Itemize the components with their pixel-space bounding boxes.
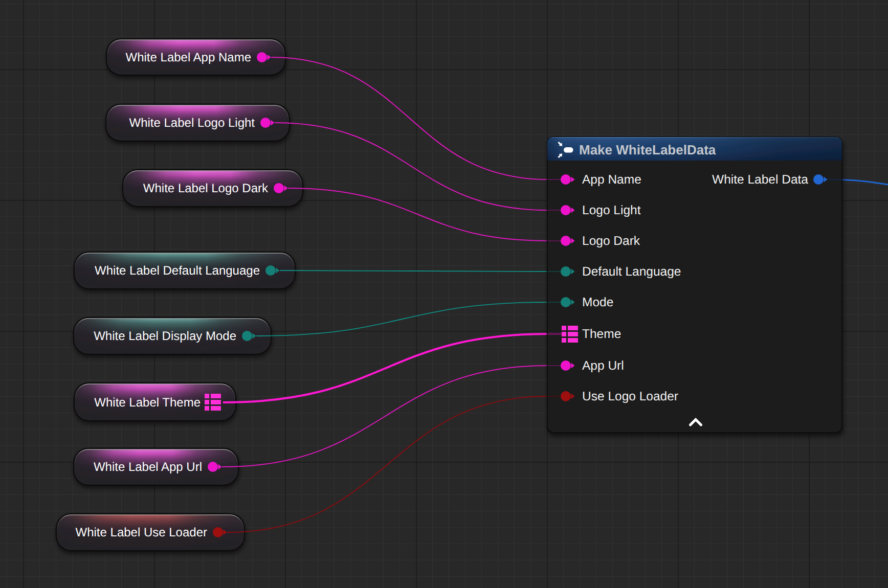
svg-text:Logo Light: Logo Light <box>582 203 641 217</box>
svg-text:White Label Display Mode: White Label Display Mode <box>94 329 236 343</box>
svg-text:White Label Logo Light: White Label Logo Light <box>129 116 255 130</box>
svg-text:White Label Default Language: White Label Default Language <box>95 264 260 278</box>
svg-text:Default Language: Default Language <box>582 265 681 279</box>
svg-text:White Label Data: White Label Data <box>712 173 808 187</box>
svg-text:White Label App Name: White Label App Name <box>126 51 251 64</box>
svg-text:White Label Theme: White Label Theme <box>94 396 201 410</box>
svg-text:White Label Use Loader: White Label Use Loader <box>76 526 207 539</box>
svg-text:Mode: Mode <box>582 296 613 309</box>
svg-text:Theme: Theme <box>582 327 621 341</box>
svg-text:App Name: App Name <box>582 173 641 187</box>
svg-text:App Url: App Url <box>582 359 624 373</box>
svg-text:Use Logo Loader: Use Logo Loader <box>582 390 678 403</box>
svg-text:White Label Logo Dark: White Label Logo Dark <box>143 182 269 195</box>
svg-text:Logo Dark: Logo Dark <box>582 234 640 248</box>
svg-text:White Label App Url: White Label App Url <box>94 460 202 474</box>
svg-text:Make WhiteLabelData: Make WhiteLabelData <box>579 142 716 157</box>
